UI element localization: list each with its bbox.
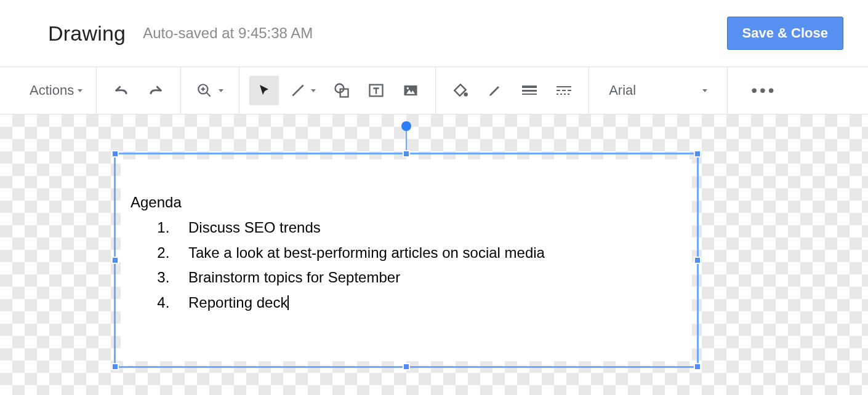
svg-rect-22 [568,94,569,95]
chevron-down-icon [702,89,707,92]
text-cursor [287,295,289,310]
image-tool-button[interactable] [396,76,425,105]
selected-textbox[interactable]: Agenda Discuss SEO trends Take a look at… [114,153,699,368]
textbox-list: Discuss SEO trends Take a look at best-p… [131,215,682,316]
list-item: Brainstorm topics for September [174,265,682,290]
svg-rect-13 [522,90,537,92]
svg-rect-21 [564,94,566,95]
line-color-button[interactable] [480,76,510,105]
more-options-button[interactable]: ••• [735,81,792,100]
line-icon [290,82,306,98]
image-icon [402,82,419,99]
actions-group: Actions [0,67,97,114]
list-item: Discuss SEO trends [174,215,682,241]
line-dash-button[interactable] [549,76,579,105]
svg-line-1 [206,92,211,97]
chevron-down-icon [78,89,82,92]
undo-icon [113,82,130,99]
resize-handle-sw[interactable] [111,363,119,370]
save-and-close-label: Save & Close [742,25,828,41]
font-selector[interactable]: Arial [597,82,720,98]
svg-rect-19 [557,94,558,95]
resize-handle-ne[interactable] [694,150,701,158]
fill-color-button[interactable] [446,76,475,105]
line-tool-button[interactable] [284,76,322,105]
resize-handle-se[interactable] [694,363,701,370]
dialog-title: Drawing [48,22,126,46]
list-item-text: Take a look at best-performing articles … [188,244,545,261]
svg-rect-20 [560,94,562,95]
undo-button[interactable] [106,76,136,105]
drawing-toolbar: Actions [0,66,868,114]
drawing-canvas[interactable]: Agenda Discuss SEO trends Take a look at… [0,114,868,395]
font-group: Arial [589,67,728,114]
save-and-close-button[interactable]: Save & Close [727,17,843,50]
svg-rect-14 [522,94,537,95]
font-name: Arial [609,82,636,98]
resize-handle-n[interactable] [403,150,410,158]
format-tools-group [436,67,589,114]
select-tool-button[interactable] [249,76,279,105]
resize-handle-nw[interactable] [111,150,119,158]
textbox-tool-button[interactable] [361,76,391,105]
svg-rect-6 [340,89,348,97]
shapes-icon [333,82,350,99]
insert-tools-group [239,67,436,114]
line-weight-icon [521,84,537,97]
svg-point-10 [407,87,409,90]
resize-handle-e[interactable] [694,257,701,264]
redo-button[interactable] [141,76,171,105]
cursor-icon [257,83,271,98]
textbox-heading: Agenda [131,190,682,215]
svg-rect-16 [557,90,560,91]
actions-menu[interactable]: Actions [23,82,89,98]
list-item: Reporting deck [174,290,682,316]
dialog-header: Drawing Auto-saved at 9:45:38 AM Save & … [0,0,868,66]
list-item-text: Brainstorm topics for September [188,269,400,285]
pencil-icon [488,83,502,98]
zoom-icon [196,82,212,98]
rotate-handle[interactable] [401,121,411,131]
autosave-status: Auto-saved at 9:45:38 AM [143,25,313,42]
line-dash-icon [556,84,572,97]
textbox-icon [368,82,385,99]
svg-rect-15 [557,86,571,87]
shape-tool-button[interactable] [327,76,356,105]
resize-handle-s[interactable] [403,363,410,370]
list-item-text: Discuss SEO trends [188,219,321,236]
textbox-content[interactable]: Agenda Discuss SEO trends Take a look at… [121,159,692,361]
redo-icon [147,82,164,99]
line-weight-button[interactable] [515,76,544,105]
paint-bucket-icon [452,82,468,98]
undo-redo-group [97,67,181,114]
zoom-group [181,67,239,114]
resize-handle-w[interactable] [111,257,119,264]
more-horizontal-icon: ••• [751,81,776,100]
actions-label: Actions [30,82,74,98]
chevron-down-icon [311,89,316,92]
list-item: Take a look at best-performing articles … [174,241,682,266]
svg-line-4 [292,85,303,95]
list-item-text: Reporting deck [188,294,287,311]
zoom-button[interactable] [191,76,229,105]
svg-point-11 [465,93,467,95]
chevron-down-icon [219,89,223,92]
svg-rect-17 [562,90,566,91]
svg-rect-12 [522,86,537,88]
svg-rect-18 [568,90,571,91]
more-group: ••• [728,67,800,114]
